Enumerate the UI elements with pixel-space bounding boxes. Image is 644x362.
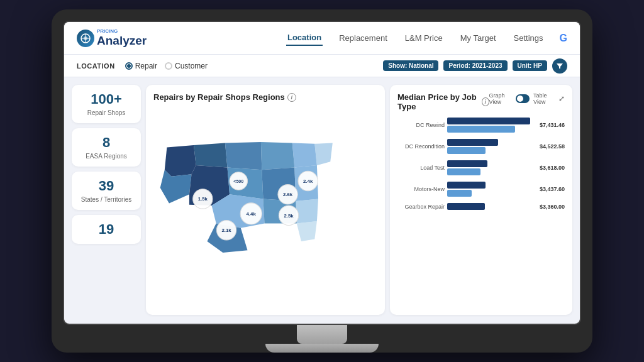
bar-value: $3,618.00 <box>540 165 565 171</box>
light-bar <box>447 147 486 154</box>
svg-text:<500: <500 <box>233 179 243 184</box>
table-view-label: Table View <box>533 92 555 105</box>
filter-funnel-button[interactable] <box>552 58 567 74</box>
location-filter-label: LOCATION <box>77 62 115 70</box>
svg-text:2.5k: 2.5k <box>284 213 294 219</box>
view-toggle[interactable] <box>516 94 530 103</box>
stat-easa-regions-number: 8 <box>78 134 135 151</box>
filter-bar: LOCATION Repair Customer Show: National … <box>64 55 580 77</box>
nav-replacement[interactable]: Replacement <box>338 31 389 45</box>
dark-bar <box>447 203 485 210</box>
period-filter-pill[interactable]: Period: 2021-2023 <box>443 60 507 71</box>
nav-google[interactable]: G <box>560 33 567 44</box>
us-map: 1.5k <500 2.4k 2.6k 4.4k 2.1k 2.5k <box>153 107 377 295</box>
bars-container <box>447 139 535 154</box>
stats-panel: 100+ Repair Shops 8 EASA Regions 39 Stat… <box>72 85 141 315</box>
bar-value: $7,431.46 <box>540 122 565 128</box>
radio-group: Repair Customer <box>125 62 208 70</box>
bar-wrapper: DC Recondition $4,522.58 <box>397 139 565 154</box>
bar-chart: DC Rewind $7,431.46 DC Recondition $4,52… <box>397 118 565 210</box>
bar-row: Gearbox Repair $3,360.00 <box>397 203 565 210</box>
chart-title-area: Median Price by Job Type i <box>397 92 489 111</box>
navbar: PRICING Analyzer Location Replacement L&… <box>64 22 580 55</box>
monitor: PRICING Analyzer Location Replacement L&… <box>52 9 592 353</box>
bar-row: DC Recondition $4,522.58 <box>397 139 565 154</box>
bar-value: $3,360.00 <box>540 204 565 210</box>
bars-container <box>447 118 535 133</box>
repair-radio[interactable]: Repair <box>125 62 157 70</box>
svg-text:1.5k: 1.5k <box>198 196 208 202</box>
customer-radio[interactable]: Customer <box>165 62 208 70</box>
bar-value: $4,522.58 <box>540 143 565 150</box>
repair-radio-dot <box>125 62 133 70</box>
chart-panel: Median Price by Job Type i Graph View Ta… <box>390 85 572 315</box>
bars-container <box>447 182 535 197</box>
logo-area: PRICING Analyzer <box>77 29 147 48</box>
dark-bar <box>447 160 487 167</box>
filter-right: Show: National Period: 2021-2023 Unit: H… <box>383 58 567 74</box>
bars-container <box>447 160 535 175</box>
chart-header: Median Price by Job Type i Graph View Ta… <box>397 92 565 111</box>
nav-my-target[interactable]: My Target <box>459 31 497 45</box>
stat-extra-number: 19 <box>78 221 135 238</box>
bar-row: DC Rewind $7,431.46 <box>397 118 565 133</box>
monitor-stand-base <box>265 344 379 353</box>
expand-icon[interactable]: ⤢ <box>558 94 565 103</box>
bar-wrapper: Load Test $3,618.00 <box>397 160 565 175</box>
svg-text:2.6k: 2.6k <box>283 192 293 197</box>
customer-radio-dot <box>165 62 172 70</box>
light-bar <box>447 126 515 133</box>
toggle-knob <box>517 96 523 102</box>
nav-location[interactable]: Location <box>286 30 323 46</box>
monitor-stand-top <box>297 325 347 344</box>
stat-states-label: States / Territories <box>78 195 135 204</box>
map-info-icon[interactable]: i <box>287 93 296 102</box>
light-bar <box>447 168 480 175</box>
stat-states-number: 39 <box>78 178 135 194</box>
bar-wrapper: Gearbox Repair $3,360.00 <box>397 203 565 210</box>
dark-bar <box>447 118 530 124</box>
dark-bar <box>447 139 498 146</box>
bar-row: Motors-New $3,437.60 <box>397 182 565 197</box>
bar-label: DC Rewind <box>397 122 445 128</box>
stat-extra: 19 <box>72 215 141 244</box>
bar-wrapper: DC Rewind $7,431.46 <box>397 118 565 133</box>
graph-view-label: Graph View <box>489 92 513 105</box>
unit-filter-pill[interactable]: Unit: HP <box>513 60 547 71</box>
logo-text: PRICING Analyzer <box>97 29 147 48</box>
bar-chart-scroll[interactable]: DC Rewind $7,431.46 DC Recondition $4,52… <box>397 118 565 210</box>
svg-text:4.4k: 4.4k <box>247 211 257 217</box>
bar-row: Load Test $3,618.00 <box>397 160 565 175</box>
stat-repair-shops-number: 100+ <box>78 91 135 107</box>
stat-repair-shops-label: Repair Shops <box>78 109 135 117</box>
dark-bar <box>447 182 486 189</box>
logo-icon <box>77 30 94 47</box>
nav-lm-price[interactable]: L&M Price <box>404 31 444 45</box>
svg-text:2.4k: 2.4k <box>303 178 313 184</box>
chart-controls: Graph View Table View ⤢ <box>489 92 565 105</box>
svg-marker-4 <box>557 63 563 69</box>
bar-label: DC Recondition <box>397 143 445 150</box>
nav-items: Location Replacement L&M Price My Target… <box>286 30 567 46</box>
stat-easa-regions-label: EASA Regions <box>78 152 135 160</box>
map-panel: Repairs by Repair Shops Regions i <box>146 85 385 315</box>
bar-value: $3,437.60 <box>540 186 565 192</box>
stat-states: 39 States / Territories <box>72 172 141 210</box>
main-content: 100+ Repair Shops 8 EASA Regions 39 Stat… <box>64 77 580 322</box>
bar-label: Motors-New <box>397 186 445 192</box>
bar-label: Gearbox Repair <box>397 204 445 210</box>
chart-info-icon[interactable]: i <box>482 97 489 106</box>
chart-title: Median Price by Job Type i <box>397 92 489 111</box>
show-filter-pill[interactable]: Show: National <box>383 60 438 71</box>
app-container: PRICING Analyzer Location Replacement L&… <box>64 22 580 324</box>
nav-settings[interactable]: Settings <box>513 31 545 45</box>
bar-label: Load Test <box>397 165 445 171</box>
map-panel-title: Repairs by Repair Shops Regions i <box>153 92 377 102</box>
bars-container <box>447 203 535 210</box>
stat-easa-regions: 8 EASA Regions <box>72 128 141 167</box>
svg-text:2.1k: 2.1k <box>221 228 231 233</box>
stat-repair-shops: 100+ Repair Shops <box>72 85 141 123</box>
bar-wrapper: Motors-New $3,437.60 <box>397 182 565 197</box>
screen: PRICING Analyzer Location Replacement L&… <box>63 21 581 325</box>
light-bar <box>447 190 472 197</box>
